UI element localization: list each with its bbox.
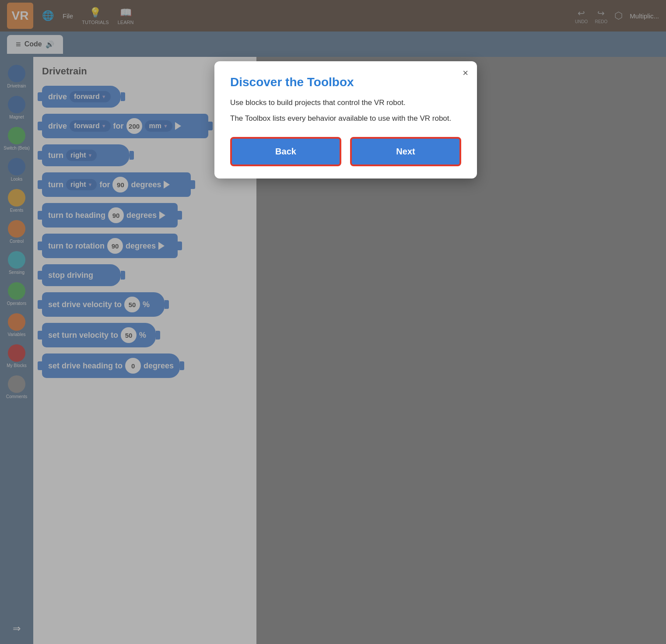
modal-paragraph2: The Toolbox lists every behavior availab… <box>230 113 461 124</box>
next-button[interactable]: Next <box>350 137 461 166</box>
discovery-modal: × Discover the Toolbox Use blocks to bui… <box>214 61 477 178</box>
modal-title: Discover the Toolbox <box>230 75 461 89</box>
back-button[interactable]: Back <box>230 137 341 166</box>
modal-close-button[interactable]: × <box>463 68 468 78</box>
modal-paragraph1: Use blocks to build projects that contro… <box>230 97 461 108</box>
modal-buttons: Back Next <box>230 137 461 166</box>
